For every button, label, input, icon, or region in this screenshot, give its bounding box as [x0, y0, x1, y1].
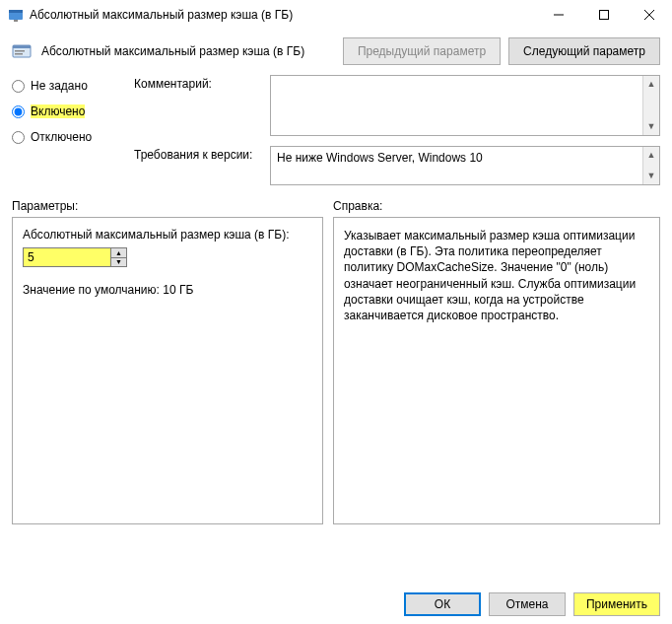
supported-label: Требования к версии:	[134, 146, 260, 185]
comment-field-wrap: ▲ ▼	[270, 75, 660, 136]
svg-rect-8	[13, 45, 31, 48]
cache-default-text: Значение по умолчанию: 10 ГБ	[23, 283, 312, 297]
policy-icon	[10, 39, 34, 63]
svg-rect-9	[15, 50, 25, 52]
close-button[interactable]	[627, 0, 672, 30]
cache-size-input[interactable]	[24, 248, 110, 266]
supported-scrollbar[interactable]: ▲ ▼	[642, 147, 659, 184]
cache-size-label: Абсолютный максимальный размер кэша (в Г…	[23, 228, 312, 242]
policy-title: Абсолютный максимальный размер кэша (в Г…	[41, 44, 335, 58]
scroll-up-icon: ▲	[647, 76, 656, 93]
cache-size-spin-up[interactable]: ▲	[111, 248, 126, 258]
scroll-down-icon: ▼	[647, 168, 656, 184]
radio-not-configured[interactable]: Не задано	[12, 79, 116, 93]
comment-scrollbar[interactable]: ▲ ▼	[642, 76, 659, 135]
previous-setting-button[interactable]: Предыдущий параметр	[343, 37, 501, 65]
dialog-buttons: ОК Отмена Применить	[404, 592, 660, 616]
radio-enabled-label: Включено	[31, 104, 85, 118]
radio-not-configured-input[interactable]	[12, 80, 25, 93]
scroll-up-icon: ▲	[647, 147, 656, 164]
state-radio-group: Не задано Включено Отключено	[12, 75, 116, 185]
radio-enabled[interactable]: Включено	[12, 104, 116, 118]
supported-field: Не ниже Windows Server, Windows 10	[271, 147, 642, 184]
help-panel: Указывает максимальный размер кэша оптим…	[333, 217, 660, 524]
svg-rect-4	[600, 11, 609, 20]
next-setting-button[interactable]: Следующий параметр	[508, 37, 660, 65]
apply-button[interactable]: Применить	[573, 592, 660, 616]
minimize-button[interactable]	[536, 0, 581, 30]
scroll-down-icon: ▼	[647, 118, 656, 135]
ok-button[interactable]: ОК	[404, 592, 481, 616]
cache-size-stepper: ▲ ▼	[23, 247, 127, 267]
comment-field[interactable]	[271, 76, 642, 135]
cache-size-spin-down[interactable]: ▼	[111, 258, 126, 267]
svg-rect-10	[15, 53, 23, 55]
maximize-button[interactable]	[581, 0, 627, 30]
radio-disabled[interactable]: Отключено	[12, 130, 116, 144]
window-title: Абсолютный максимальный размер кэша (в Г…	[30, 8, 536, 22]
window-controls	[536, 0, 672, 30]
toolbar: Абсолютный максимальный размер кэша (в Г…	[0, 30, 672, 75]
help-section-label: Справка:	[333, 199, 660, 213]
app-icon	[8, 7, 24, 23]
options-section-label: Параметры:	[12, 199, 333, 213]
radio-disabled-input[interactable]	[12, 131, 25, 144]
svg-rect-2	[14, 20, 18, 22]
radio-enabled-input[interactable]	[12, 105, 25, 118]
comment-label: Комментарий:	[134, 75, 260, 136]
supported-field-wrap: Не ниже Windows Server, Windows 10 ▲ ▼	[270, 146, 660, 185]
radio-disabled-label: Отключено	[31, 130, 92, 144]
cancel-button[interactable]: Отмена	[489, 592, 566, 616]
svg-rect-1	[9, 10, 23, 13]
titlebar: Абсолютный максимальный размер кэша (в Г…	[0, 0, 672, 30]
options-panel: Абсолютный максимальный размер кэша (в Г…	[12, 217, 323, 524]
radio-not-configured-label: Не задано	[31, 79, 88, 93]
help-text: Указывает максимальный размер кэша оптим…	[344, 228, 649, 323]
